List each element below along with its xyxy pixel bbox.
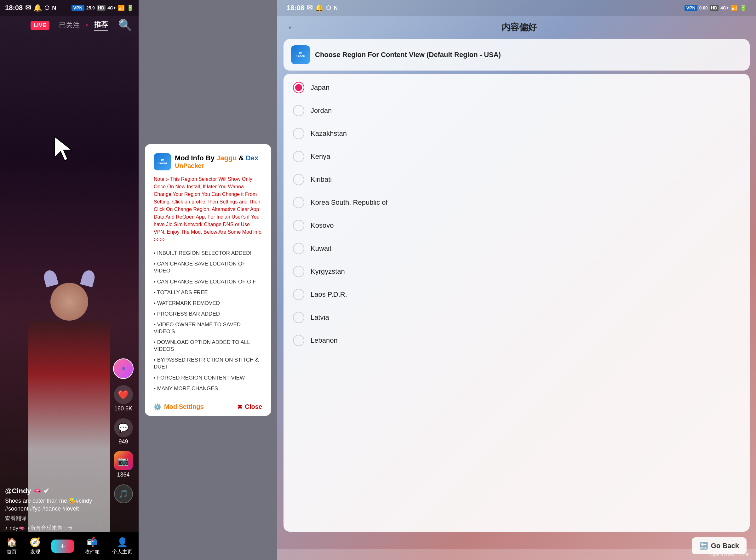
comment-button[interactable]: 💬 949 bbox=[114, 418, 133, 445]
bottom-nav: 🏠 首页 🧭 发现 + 📬 收件箱 👤 个人主页 bbox=[0, 532, 139, 560]
video-username: @Cindy 🫦 ✔ bbox=[5, 487, 110, 495]
region-item-laos[interactable]: Laos P.D.R. bbox=[283, 283, 750, 306]
video-translate[interactable]: 查看翻译 bbox=[5, 515, 110, 522]
region-header: ← 内容偏好 bbox=[277, 16, 756, 39]
region-n-icon: N bbox=[334, 5, 338, 11]
music-note-icon: ♪ bbox=[5, 525, 8, 531]
nav-discover[interactable]: 🧭 发现 bbox=[29, 537, 41, 555]
region-status-time: 18:08 bbox=[287, 4, 304, 12]
region-battery-icon: 🔋 bbox=[740, 4, 747, 11]
n-icon: N bbox=[52, 5, 56, 11]
dialog-footer: ⚙️ Mod Settings ✖ Close bbox=[154, 398, 262, 416]
radio-kosovo[interactable] bbox=[293, 220, 304, 231]
region-name-laos: Laos P.D.R. bbox=[311, 291, 347, 299]
radio-jordan[interactable] bbox=[293, 105, 304, 116]
region-bluetooth-icon: ⬡ bbox=[326, 4, 331, 11]
notification-icon: 🔔 bbox=[33, 4, 42, 12]
radio-kuwait[interactable] bbox=[293, 243, 304, 254]
nav-add[interactable]: + bbox=[53, 540, 72, 553]
region-page-title: 内容偏好 bbox=[304, 21, 734, 33]
region-email-icon: ✉ bbox=[307, 4, 313, 12]
title-jaggu: Jaggu bbox=[216, 154, 237, 162]
region-name-lebanon: Lebanon bbox=[311, 336, 338, 344]
video-caption: Shoes are cuter than me.😅#cindy #soonent… bbox=[5, 497, 110, 513]
region-name-kiribati: Kiribati bbox=[311, 176, 332, 184]
creator-avatar[interactable]: 👤 bbox=[113, 358, 134, 379]
search-icon[interactable]: 🔍 bbox=[118, 19, 132, 32]
region-item-kiribati[interactable]: Kiribati bbox=[283, 168, 750, 191]
region-item-kazakhstan[interactable]: Kazakhstan bbox=[283, 122, 750, 145]
mod-settings-button[interactable]: ⚙️ Mod Settings bbox=[154, 403, 204, 411]
radio-kenya[interactable] bbox=[293, 151, 304, 162]
music-disc[interactable]: 🎵 bbox=[114, 484, 133, 503]
like-button[interactable]: ❤️ 160.6K bbox=[114, 385, 133, 412]
status-bar: 18:08 ✉ 🔔 ⬡ N VPN 25.9 HD 4G+ 📶 🔋 bbox=[0, 0, 139, 16]
radio-korea-south[interactable] bbox=[293, 197, 304, 208]
nav-inbox[interactable]: 📬 收件箱 bbox=[85, 537, 100, 555]
dialog-title: Mod Info By Jaggu & Dex bbox=[175, 154, 258, 162]
panel-dialog: 1MJAGGU Mod Info By Jaggu & Dex UnPacker… bbox=[139, 0, 277, 560]
region-name-kosovo: Kosovo bbox=[311, 221, 334, 229]
nav-home-label: 首页 bbox=[7, 549, 17, 555]
vpn-badge: VPN bbox=[72, 5, 84, 11]
feature-2: • CAN CHANGE SAVE LOCATION OF VIDEO bbox=[154, 260, 262, 274]
nav-recommend[interactable]: 推荐 bbox=[94, 20, 108, 31]
nav-profile[interactable]: 👤 个人主页 bbox=[112, 537, 132, 555]
nav-tabs[interactable]: 已关注 • 推荐 bbox=[59, 20, 108, 31]
radio-kyrgyzstan[interactable] bbox=[293, 266, 304, 277]
region-item-jordan[interactable]: Jordan bbox=[283, 99, 750, 122]
radio-laos[interactable] bbox=[293, 289, 304, 300]
region-status-bar: 18:08 ✉ 🔔 ⬡ N VPN 0.00 HD 4G+ 📶 🔋 bbox=[277, 0, 756, 16]
dialog-subtitle: UnPacker bbox=[175, 162, 258, 169]
back-arrow-icon[interactable]: ← bbox=[287, 21, 298, 34]
radio-lebanon[interactable] bbox=[293, 335, 304, 346]
close-label: Close bbox=[245, 403, 262, 411]
region-item-japan[interactable]: Japan bbox=[283, 76, 750, 99]
video-music: ♪ ndy🫦（所含音乐来自：ラ bbox=[5, 524, 110, 532]
watermark-url: https://www.7ri.net bbox=[709, 552, 750, 557]
region-name-latvia: Latvia bbox=[311, 313, 329, 322]
nav-following[interactable]: 已关注 bbox=[59, 20, 80, 30]
region-list: Japan Jordan Kazakhstan Kenya Kiribati K… bbox=[283, 74, 750, 532]
like-count: 160.6K bbox=[114, 405, 132, 412]
video-top-nav: LIVE 已关注 • 推荐 🔍 bbox=[0, 16, 139, 35]
region-item-kyrgyzstan[interactable]: Kyrgyzstan bbox=[283, 260, 750, 283]
status-bar-right: VPN 25.9 HD 4G+ 📶 🔋 bbox=[72, 4, 134, 11]
nav-inbox-label: 收件箱 bbox=[85, 549, 100, 555]
radio-latvia[interactable] bbox=[293, 312, 304, 323]
radio-kiribati[interactable] bbox=[293, 174, 304, 185]
close-button[interactable]: ✖ Close bbox=[237, 403, 262, 411]
nav-home[interactable]: 🏠 首页 bbox=[6, 537, 17, 555]
feature-9: • BYPASSED RESTRICTION ON STITCH & DUET bbox=[154, 357, 262, 371]
profile-icon: 👤 bbox=[117, 537, 128, 547]
feature-1: • INBUILT REGION SELECTOR ADDED! bbox=[154, 250, 262, 257]
close-x-icon: ✖ bbox=[237, 403, 242, 411]
region-item-korea-south[interactable]: Korea South, Republic of bbox=[283, 191, 750, 214]
region-name-kazakhstan: Kazakhstan bbox=[311, 129, 347, 138]
mod-settings-label: Mod Settings bbox=[164, 403, 204, 411]
bluetooth-icon: ⬡ bbox=[44, 4, 49, 11]
status-time: 18:08 bbox=[5, 4, 23, 12]
region-4g-badge: 4G+ bbox=[720, 5, 729, 11]
feature-8: • DOWNLOAD OPTION ADDED TO ALL VIDEOS bbox=[154, 339, 262, 353]
title-mod-info: Mod Info By bbox=[175, 154, 216, 162]
region-item-kuwait[interactable]: Kuwait bbox=[283, 237, 750, 260]
region-item-kenya[interactable]: Kenya bbox=[283, 145, 750, 168]
mod-info-dialog: 1MJAGGU Mod Info By Jaggu & Dex UnPacker… bbox=[145, 144, 271, 416]
region-card-logo: 1MJAGGU bbox=[291, 45, 310, 64]
region-item-latvia[interactable]: Latvia bbox=[283, 306, 750, 329]
region-item-kosovo[interactable]: Kosovo bbox=[283, 214, 750, 237]
region-item-lebanon[interactable]: Lebanon bbox=[283, 329, 750, 352]
radio-japan[interactable] bbox=[293, 82, 304, 93]
region-notif-icon: 🔔 bbox=[315, 4, 323, 12]
feature-5: • WATERMARK REMOVED bbox=[154, 300, 262, 307]
radio-kazakhstan[interactable] bbox=[293, 128, 304, 139]
nav-discover-label: 发现 bbox=[30, 549, 40, 555]
live-badge: LIVE bbox=[31, 21, 49, 30]
settings-gear-icon: ⚙️ bbox=[154, 403, 162, 411]
feature-7: • VIDEO OWNER NAME TO SAVED VIDEO'S bbox=[154, 321, 262, 335]
instagram-share-button[interactable]: 📷 1364 bbox=[114, 451, 133, 478]
dialog-header: 1MJAGGU Mod Info By Jaggu & Dex UnPacker bbox=[154, 153, 262, 171]
region-wifi-icon: 📶 bbox=[731, 4, 738, 11]
region-vpn-badge: VPN bbox=[684, 5, 697, 11]
